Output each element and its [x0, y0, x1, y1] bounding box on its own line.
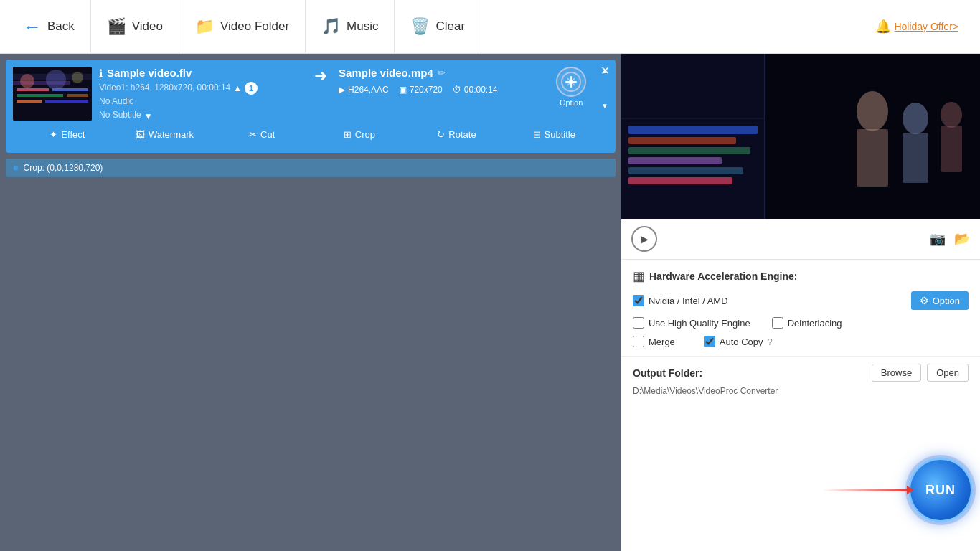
auto-copy-checkbox[interactable] — [704, 336, 715, 347]
watermark-icon: 🖼 — [136, 129, 145, 140]
tab-effect[interactable]: ✦ Effect — [19, 123, 116, 146]
merge-item: Merge — [633, 336, 675, 347]
output-resolution-item: ▣ 720x720 — [399, 85, 443, 95]
hw-title: Hardware Acceleration Engine: — [649, 270, 797, 282]
nvidia-checkbox[interactable] — [633, 295, 644, 306]
output-folder-section: Output Folder: Browse Open D:\Media\Vide… — [621, 356, 980, 403]
music-label: Music — [347, 19, 378, 34]
svg-point-25 — [903, 103, 928, 134]
codec-icon: ▶ — [339, 85, 345, 95]
tab-watermark[interactable]: 🖼 Watermark — [116, 123, 214, 146]
output-path: D:\Media\Videos\VideoProc Converter — [633, 386, 969, 396]
edit-filename-icon[interactable]: ✏ — [438, 67, 446, 78]
svg-rect-5 — [17, 94, 63, 97]
svg-rect-17 — [628, 126, 758, 134]
svg-point-27 — [941, 102, 962, 128]
svg-rect-21 — [628, 167, 743, 174]
info-icon: ℹ — [99, 67, 103, 79]
play-button[interactable]: ▶ — [631, 226, 657, 252]
open-button[interactable]: Open — [927, 364, 969, 382]
video-label: Video — [132, 19, 163, 34]
video-button[interactable]: 🎬 Video — [91, 0, 179, 54]
clear-icon: 🗑️ — [410, 17, 430, 36]
output-resolution: 720x720 — [410, 85, 443, 95]
merge-label: Merge — [649, 336, 675, 347]
run-button[interactable]: RUN — [908, 458, 973, 522]
crop-info-text: Crop: (0,0,1280,720) — [24, 163, 103, 173]
hw-title-row: ▦ Hardware Acceleration Engine: — [633, 268, 969, 284]
svg-rect-26 — [903, 133, 928, 183]
tab-rotate[interactable]: ↻ Rotate — [408, 123, 506, 146]
deinterlacing-item: Deinterlacing — [772, 317, 842, 329]
video-folder-label: Video Folder — [220, 19, 289, 34]
video-preview — [621, 54, 980, 219]
crop-icon: ⊞ — [344, 129, 352, 140]
back-button[interactable]: ← Back — [7, 0, 91, 54]
file-card-close-button[interactable]: ✕ — [600, 64, 610, 77]
scroll-down-arrow[interactable]: ▼ — [601, 102, 608, 110]
browse-button[interactable]: Browse — [872, 364, 921, 382]
folder-icon[interactable]: 📂 — [954, 231, 970, 247]
holiday-offer-link[interactable]: 🔔 Holiday Offer> — [875, 19, 973, 34]
cut-icon: ✂ — [249, 129, 257, 140]
subtitle-icon: ⊟ — [533, 129, 541, 140]
svg-point-11 — [72, 72, 83, 83]
camera-icon[interactable]: 📷 — [930, 231, 946, 247]
codec-circle — [556, 67, 586, 97]
deinterlacing-checkbox[interactable] — [772, 317, 783, 329]
tab-subtitle[interactable]: ⊟ Subtitle — [505, 123, 603, 146]
codec-option-button[interactable]: Option — [550, 67, 593, 107]
source-to-output-arrow: ➜ — [314, 67, 327, 85]
high-quality-checkbox[interactable] — [633, 317, 644, 329]
edit-tabs: ✦ Effect 🖼 Watermark ✂ Cut ⊞ Crop ↻ R — [19, 123, 603, 146]
video-folder-button[interactable]: 📁 Video Folder — [179, 0, 306, 54]
clear-button[interactable]: 🗑️ Clear — [395, 0, 481, 54]
music-icon: 🎵 — [321, 17, 341, 36]
bell-icon: 🔔 — [875, 19, 891, 34]
file-info: ℹ Sample video.flv Video1: h264, 1280x72… — [99, 67, 303, 123]
hw-nvidia-row: Nvidia / Intel / AMD ⚙ Option — [633, 291, 969, 310]
svg-rect-15 — [621, 54, 765, 219]
merge-checkbox[interactable] — [633, 336, 644, 347]
music-button[interactable]: 🎵 Music — [306, 0, 395, 54]
expand-video-arrow[interactable]: ▲ — [233, 83, 242, 93]
svg-rect-19 — [628, 147, 750, 154]
tab-cut[interactable]: ✂ Cut — [213, 123, 311, 146]
auto-copy-help-icon[interactable]: ? — [768, 336, 773, 347]
crop-info-bar: ■ Crop: (0,0,1280,720) — [6, 159, 616, 177]
play-icon: ▶ — [641, 233, 649, 245]
svg-point-10 — [46, 70, 66, 90]
tab-crop[interactable]: ⊞ Crop — [311, 123, 408, 146]
file-card-top: ℹ Sample video.flv Video1: h264, 1280x72… — [13, 67, 608, 123]
svg-rect-18 — [628, 137, 736, 144]
output-folder-buttons: Browse Open — [872, 364, 969, 382]
gear-icon: ⚙ — [920, 295, 929, 306]
svg-rect-28 — [941, 126, 962, 172]
effect-icon: ✦ — [50, 129, 57, 140]
clear-label: Clear — [435, 19, 465, 34]
left-panel: ✕ — [0, 54, 621, 551]
player-controls: ▶ 📷 📂 — [621, 219, 980, 260]
back-icon: ← — [23, 16, 42, 38]
holiday-offer-label: Holiday Offer> — [894, 21, 958, 32]
deinterlacing-label: Deinterlacing — [788, 318, 842, 329]
hardware-section: ▦ Hardware Acceleration Engine: Nvidia /… — [621, 260, 980, 356]
hw-quality-row: Use High Quality Engine Deinterlacing — [633, 317, 969, 329]
audio-meta: No Audio — [99, 96, 134, 106]
rotate-icon: ↻ — [437, 129, 445, 140]
video-icon: 🎬 — [107, 17, 126, 36]
option-button[interactable]: ⚙ Option — [911, 291, 969, 310]
svg-rect-6 — [67, 94, 88, 97]
svg-rect-24 — [857, 129, 888, 187]
run-arrow — [822, 489, 908, 491]
svg-rect-3 — [17, 88, 49, 91]
output-folder-header: Output Folder: Browse Open — [633, 364, 969, 382]
output-folder-label: Output Folder: — [633, 367, 702, 379]
toolbar: ← Back 🎬 Video 📁 Video Folder 🎵 Music 🗑️… — [0, 0, 980, 54]
high-quality-item: Use High Quality Engine — [633, 317, 750, 329]
hw-merge-row: Merge Auto Copy ? — [633, 336, 969, 347]
nvidia-label: Nvidia / Intel / AMD — [649, 296, 728, 306]
subtitle-arrow[interactable]: ▼ — [144, 111, 153, 121]
video-meta: Video1: h264, 1280x720, 00:00:14 — [99, 83, 230, 93]
output-duration-item: ⏱ 00:00:14 — [453, 85, 498, 95]
